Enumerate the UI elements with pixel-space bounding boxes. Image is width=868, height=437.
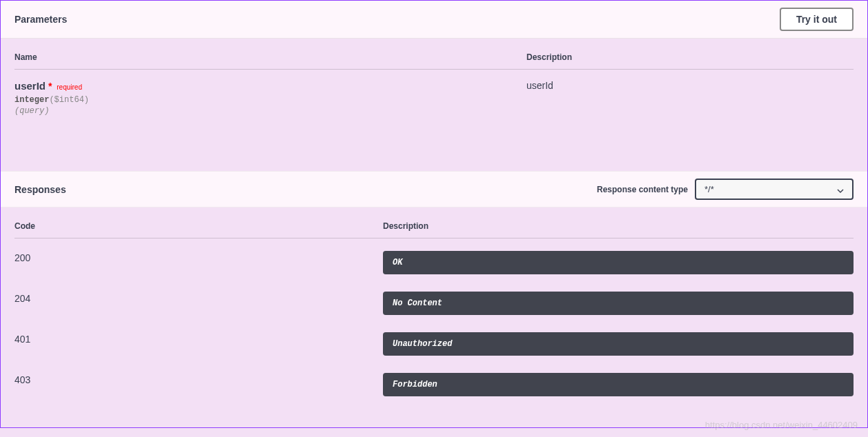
parameters-body: Name Description userId * required integ… xyxy=(1,39,867,171)
required-label: required xyxy=(57,83,82,91)
response-description-column-header: Description xyxy=(383,221,854,231)
response-code: 401 xyxy=(14,332,383,345)
parameter-description: userId xyxy=(526,80,854,116)
response-content-type-value: */* xyxy=(704,184,714,194)
responses-header-bar: Responses Response content type */* xyxy=(1,171,867,207)
parameters-table: Name Description userId * required integ… xyxy=(14,52,854,157)
response-description-box: OK xyxy=(383,251,854,274)
parameter-name-line: userId * required xyxy=(14,80,526,92)
response-description-box: Forbidden xyxy=(383,373,854,396)
responses-table-header: Code Description xyxy=(14,221,854,238)
try-it-out-button[interactable]: Try it out xyxy=(780,8,854,31)
parameters-table-header: Name Description xyxy=(14,52,854,70)
parameters-title: Parameters xyxy=(14,14,67,25)
parameter-type-format: ($int64) xyxy=(49,95,89,105)
parameter-name-cell: userId * required integer($int64) (query… xyxy=(14,80,526,116)
response-content-type-group: Response content type */* xyxy=(597,179,854,200)
response-description-box: Unauthorized xyxy=(383,332,854,356)
response-content-type-select[interactable]: */* xyxy=(695,179,854,200)
parameter-type-name: integer xyxy=(14,95,49,105)
response-row: 204 No Content xyxy=(14,292,854,315)
responses-title: Responses xyxy=(14,184,66,195)
response-row: 401 Unauthorized xyxy=(14,332,854,356)
parameter-type: integer($int64) xyxy=(14,95,526,105)
responses-body: Code Description 200 OK 204 No Content 4… xyxy=(1,207,867,427)
response-row: 200 OK xyxy=(14,251,854,274)
response-content-type-label: Response content type xyxy=(597,185,688,194)
response-code: 200 xyxy=(14,251,383,263)
param-description-column-header: Description xyxy=(526,52,854,62)
response-description-box: No Content xyxy=(383,292,854,315)
api-doc-panel: Parameters Try it out Name Description u… xyxy=(0,0,868,428)
response-code: 204 xyxy=(14,292,383,304)
parameter-in: (query) xyxy=(14,106,526,116)
response-code: 403 xyxy=(14,373,383,385)
parameters-header-bar: Parameters Try it out xyxy=(1,1,867,39)
parameter-row: userId * required integer($int64) (query… xyxy=(14,80,854,157)
param-name-column-header: Name xyxy=(14,52,526,62)
required-star-icon: * xyxy=(48,81,52,92)
response-row: 403 Forbidden xyxy=(14,373,854,396)
response-code-column-header: Code xyxy=(14,221,383,231)
parameter-name: userId xyxy=(14,80,46,92)
chevron-down-icon xyxy=(837,186,844,193)
